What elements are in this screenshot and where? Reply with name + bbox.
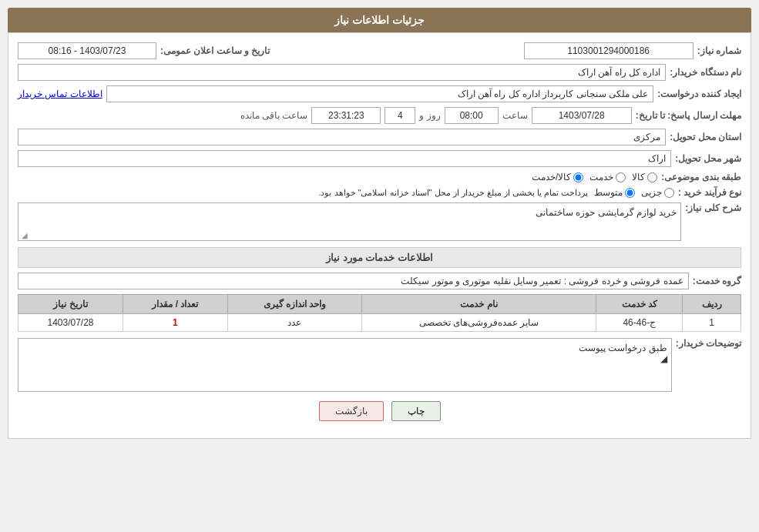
row-reply-date: مهلت ارسال پاسخ: تا تاریخ: 1403/07/28 سا… (18, 107, 741, 124)
reply-date-value: 1403/07/28 (532, 107, 632, 124)
row-purchase-type: نوع فرآیند خرید : جزیی متوسط پرداخت تمام… (18, 187, 741, 198)
service-group-value: عمده فروشی و خرده فروشی : تعمیر وسایل نق… (18, 273, 689, 289)
need-number-label: شماره نیاز: (697, 45, 741, 56)
countdown-days-label: روز و (419, 110, 440, 121)
row-service-group: گروه خدمت: عمده فروشی و خرده فروشی : تعم… (18, 273, 741, 289)
buyer-org-label: نام دستگاه خریدار: (670, 67, 741, 78)
col-header-row: ردیف (683, 295, 741, 314)
category-label-kala: کالا (632, 172, 645, 182)
cell-row: 1 (683, 314, 741, 332)
main-content: شماره نیاز: 1103001294000186 تاریخ و ساع… (8, 32, 751, 439)
row-category: طبقه بندی موضوعی: کالا خدمت کالا/خدمت (18, 172, 741, 182)
col-header-name: نام خدمت (361, 295, 596, 314)
col-header-date: تاریخ نیاز (18, 295, 123, 314)
announce-date-label: تاریخ و ساعت اعلان عمومی: (160, 45, 270, 56)
countdown-time-value: 23:31:23 (311, 107, 381, 124)
purchase-radio-motavaset[interactable] (625, 188, 635, 198)
row-city: شهر محل تحویل: اراک (18, 150, 741, 167)
row-province: استان محل تحویل: مرکزی (18, 129, 741, 146)
back-button[interactable]: بازگشت (319, 401, 384, 421)
category-label: طبقه بندی موضوعی: (661, 172, 741, 182)
category-radio-khedmat[interactable] (616, 172, 626, 182)
row-buyer-desc: توضیحات خریدار: طبق درخواست پیوست ◢ (18, 338, 741, 392)
button-row: چاپ بازگشت (18, 401, 741, 429)
table-row: 1 ج-46-46 سایر عمده‌فروشی‌های تخصصی عدد … (18, 314, 741, 332)
purchase-radio-jozei[interactable] (664, 188, 674, 198)
category-label-both: کالا/خدمت (532, 172, 571, 182)
category-label-khedmat: خدمت (589, 172, 613, 182)
page-wrapper: جزئیات اطلاعات نیاز شماره نیاز: 11030012… (0, 0, 759, 532)
row-creator: ایجاد کننده درخواست: علی ملکی سنجانی کار… (18, 85, 741, 102)
creator-label: ایجاد کننده درخواست: (657, 89, 741, 99)
page-title: جزئیات اطلاعات نیاز (334, 14, 425, 26)
col-header-unit: واحد اندازه گیری (227, 295, 361, 314)
cell-quantity: 1 (123, 314, 227, 332)
reply-time-value: 08:00 (445, 107, 499, 124)
need-summary-label: شرح کلی نیاز: (685, 202, 741, 213)
buyer-desc-container: طبق درخواست پیوست ◢ (18, 338, 672, 392)
creator-contact-link[interactable]: اطلاعات تماس خریدار (18, 89, 102, 99)
category-radio-both[interactable] (573, 172, 583, 182)
need-summary-value: خرید لوازم گرمایشی حوزه ساختمانی ◢ (18, 202, 681, 241)
purchase-label-jozei: جزیی (641, 187, 662, 198)
purchase-type-motavaset: متوسط (594, 187, 635, 198)
col-header-code: کد خدمت (596, 295, 683, 314)
creator-value: علی ملکی سنجانی کاربرداز اداره کل راه آه… (106, 85, 654, 102)
row-need-summary: شرح کلی نیاز: خرید لوازم گرمایشی حوزه سا… (18, 202, 741, 241)
buyer-desc-value: طبق درخواست پیوست ◢ (18, 338, 672, 392)
reply-date-label: مهلت ارسال پاسخ: تا تاریخ: (636, 110, 741, 121)
service-group-label: گروه خدمت: (693, 276, 741, 286)
countdown-time-label: ساعت باقی مانده (240, 110, 308, 121)
city-value: اراک (18, 150, 671, 167)
announce-date-value: 1403/07/23 - 08:16 (18, 42, 156, 59)
row-buyer-org: نام دستگاه خریدار: اداره کل راه آهن اراک (18, 64, 741, 81)
purchase-type-jozei: جزیی (641, 187, 674, 198)
city-label: شهر محل تحویل: (675, 153, 741, 164)
purchase-type-note: پرداخت تمام یا بخشی از مبلغ خریدار از مح… (318, 188, 588, 198)
purchase-type-radio-group: جزیی متوسط پرداخت تمام یا بخشی از مبلغ خ… (18, 187, 674, 198)
category-option-2: خدمت (589, 172, 626, 182)
resize-handle-2: ◢ (22, 353, 667, 364)
category-radio-group: کالا خدمت کالا/خدمت (18, 172, 657, 182)
row-need-number: شماره نیاز: 1103001294000186 تاریخ و ساع… (18, 42, 741, 59)
purchase-label-motavaset: متوسط (594, 187, 623, 198)
countdown-days-value: 4 (385, 107, 415, 124)
purchase-type-label: نوع فرآیند خرید : (678, 187, 741, 198)
category-radio-kala[interactable] (647, 172, 657, 182)
cell-code: ج-46-46 (596, 314, 683, 332)
cell-date: 1403/07/28 (18, 314, 123, 332)
category-option-3: کالا/خدمت (532, 172, 583, 182)
services-table: ردیف کد خدمت نام خدمت واحد اندازه گیری ت… (18, 294, 741, 332)
category-option-1: کالا (632, 172, 657, 182)
buyer-org-value: اداره کل راه آهن اراک (18, 64, 666, 81)
services-section-title: اطلاعات خدمات مورد نیاز (18, 247, 741, 268)
page-header: جزئیات اطلاعات نیاز (8, 8, 751, 32)
need-summary-container: خرید لوازم گرمایشی حوزه ساختمانی ◢ (18, 202, 681, 241)
resize-handle-1: ◢ (20, 231, 28, 239)
reply-time-label: ساعت (502, 110, 528, 121)
print-button[interactable]: چاپ (391, 401, 441, 421)
need-number-value: 1103001294000186 (524, 42, 694, 59)
province-label: استان محل تحویل: (670, 132, 741, 142)
cell-name: سایر عمده‌فروشی‌های تخصصی (361, 314, 596, 332)
province-value: مرکزی (18, 129, 666, 146)
col-header-qty: تعداد / مقدار (123, 295, 227, 314)
buyer-desc-label: توضیحات خریدار: (676, 338, 741, 349)
cell-unit: عدد (227, 314, 361, 332)
